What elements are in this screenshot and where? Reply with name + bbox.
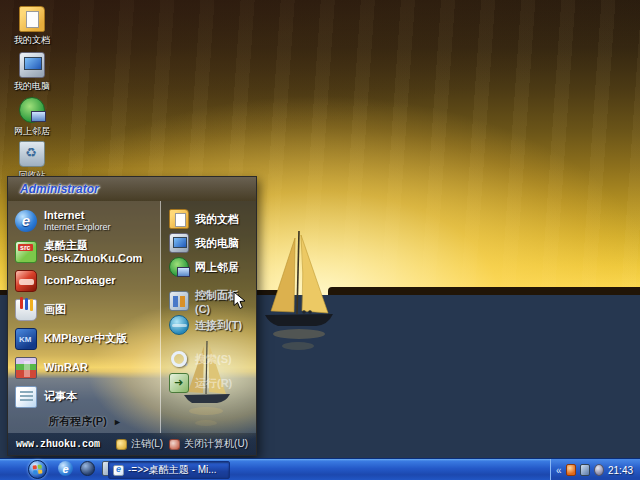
system-tray: « 21:43	[550, 459, 640, 480]
tray-collapse-chevron-icon[interactable]: «	[556, 465, 562, 476]
my-documents-icon	[169, 209, 189, 229]
desktop-icon-label: 我的电脑	[14, 80, 50, 93]
all-programs-button[interactable]: 所有程序(P) ►	[13, 411, 157, 432]
desktop-icon-label: 网上邻居	[14, 125, 50, 138]
logged-in-username: Administrator	[20, 182, 99, 196]
start-menu-footer: www.zhuoku.com 注销(L) 关闭计算机(U)	[8, 433, 256, 455]
recycle-bin-icon	[19, 141, 45, 167]
menu-item-control-panel[interactable]: 控制面板(C)	[165, 289, 254, 313]
paint-icon	[15, 299, 37, 321]
winrar-icon	[15, 357, 37, 379]
menu-item-search[interactable]: 搜索(S)	[165, 347, 254, 371]
taskbar-clock[interactable]: 21:43	[608, 465, 633, 476]
menu-item-connect-to[interactable]: 连接到(T)	[165, 313, 254, 337]
desktop-icon-network-places[interactable]: 网上邻居	[4, 97, 60, 138]
my-documents-icon	[19, 6, 45, 32]
menu-item-my-computer[interactable]: 我的电脑	[165, 231, 254, 255]
kmplayer-icon	[15, 328, 37, 350]
start-menu-places-column: 我的文档 我的电脑 网上邻居 控制面板(C)	[160, 201, 256, 433]
my-computer-icon	[169, 233, 189, 253]
shut-down-icon	[169, 439, 180, 450]
tray-volume-icon[interactable]	[594, 464, 604, 476]
task-button-zhuoku-browser[interactable]: -=>>桌酷主题 - Mi...	[108, 461, 230, 479]
menu-item-kmplayer[interactable]: KMPlayer中文版	[13, 324, 157, 353]
log-off-button[interactable]: 注销(L)	[116, 437, 163, 451]
start-button[interactable]	[28, 460, 47, 479]
notepad-icon	[15, 386, 37, 408]
menu-item-internet[interactable]: e Internet Internet Explorer	[13, 204, 157, 237]
menu-item-iconpackager[interactable]: IconPackager	[13, 266, 157, 295]
menu-item-winrar[interactable]: WinRAR	[13, 353, 157, 382]
internet-explorer-icon: e	[15, 210, 37, 232]
control-panel-icon	[169, 291, 189, 311]
menu-item-notepad[interactable]: 记事本	[13, 382, 157, 411]
iconpackager-icon	[15, 270, 37, 292]
log-off-icon	[116, 439, 127, 450]
desktop-icon-my-documents[interactable]: 我的文档	[4, 6, 60, 47]
quick-launch-ie-icon[interactable]: e	[58, 461, 73, 476]
menu-item-zhuoku-theme[interactable]: 桌酷主题Desk.ZhuoKu.Com	[13, 237, 157, 266]
zhuoku-site-label: www.zhuoku.com	[16, 439, 100, 450]
tray-network-icon[interactable]	[580, 464, 590, 476]
quick-launch-media-player-icon[interactable]	[80, 461, 95, 476]
start-menu-header: Administrator	[8, 177, 256, 201]
menu-item-run[interactable]: 运行(R)	[165, 371, 254, 395]
shut-down-button[interactable]: 关闭计算机(U)	[169, 437, 248, 451]
desktop-screen: 我的文档 我的电脑 网上邻居 回收站 Administrator	[0, 0, 640, 480]
tray-messenger-icon[interactable]	[566, 464, 576, 476]
connect-to-icon	[169, 315, 189, 335]
desktop-icon-label: 我的文档	[14, 34, 50, 47]
menu-item-network-places[interactable]: 网上邻居	[165, 255, 254, 279]
menu-item-paint[interactable]: 画图	[13, 295, 157, 324]
network-places-icon	[169, 257, 189, 277]
windows-flag-icon	[33, 465, 43, 475]
run-icon	[169, 373, 189, 393]
search-icon	[169, 349, 189, 369]
browser-page-icon	[113, 465, 124, 476]
sailboat-large	[258, 228, 340, 358]
network-places-icon	[19, 97, 45, 123]
start-menu-pinned-column: e Internet Internet Explorer 桌酷主题Desk.Zh…	[8, 201, 160, 433]
menu-item-my-documents[interactable]: 我的文档	[165, 207, 254, 231]
taskbar: e › -=>>桌酷主题 - Mi... « 21:43	[0, 458, 640, 480]
desktop-icon-my-computer[interactable]: 我的电脑	[4, 52, 60, 93]
zhuoku-theme-icon	[15, 241, 37, 263]
all-programs-arrow-icon: ►	[113, 417, 122, 427]
start-menu: Administrator e Internet Internet Explor…	[7, 176, 257, 456]
my-computer-icon	[19, 52, 45, 78]
